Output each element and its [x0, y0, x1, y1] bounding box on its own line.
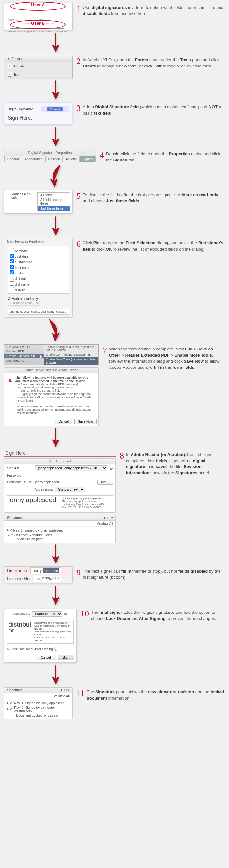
menu-reduced-size[interactable]: Reduced Size PDF...: [4, 345, 44, 349]
tab-position[interactable]: Position: [45, 156, 63, 162]
menu-optimized[interactable]: Optimized PDF...: [4, 358, 44, 363]
cert-label: Certificate Issuer:: [7, 480, 33, 484]
submenu-more-tools[interactable]: Enable More Tools (includes form fill-in…: [44, 357, 98, 365]
field-checkbox[interactable]: batch-no: [9, 248, 67, 253]
rev1-line: Rev. 1: Signed by jonny appleseed: [14, 701, 64, 705]
digital-signature-field[interactable]: Digital signature Crosser Sign Here:: [4, 102, 73, 124]
rights-item-list: Save form data (for a fillable PDF form …: [15, 382, 96, 402]
distributor-input[interactable]: berry blossom: [30, 567, 61, 574]
validate-all-button[interactable]: Validate All: [4, 693, 72, 699]
submenu-commenting[interactable]: Enable Commenting & Measuring...: [44, 352, 98, 357]
step-number-2: 2: [76, 57, 81, 69]
unsigned-line: Unsigned Signature Fields: [14, 533, 52, 537]
step-text-5: To disable the fields after the first pe…: [83, 192, 225, 205]
rights-item: Digitally sign the document anywhere on …: [18, 393, 96, 402]
option-all-fields[interactable]: All fields: [38, 193, 70, 197]
sig-field-placeholder: Crosser: [47, 107, 63, 112]
arrow-icon: [49, 127, 62, 147]
sig-panel-title: Signatures: [7, 688, 23, 692]
lock-document-checkbox[interactable]: ☑ Lock Document After Signing ⓘ: [4, 646, 76, 653]
step-text-10: The final signer adds their digital sign…: [91, 610, 225, 622]
sig-meta: Digitally signed by distributorDN: cn=di…: [33, 620, 73, 643]
signature-tree: ✔ Rev. 1: Signed by jonny appleseed ✔ Re…: [4, 699, 72, 719]
step-number-3: 3: [76, 104, 81, 117]
field-checkbox[interactable]: cust-license: [9, 259, 67, 264]
properties-title: Digital Signature Properties: [4, 149, 96, 156]
password-input[interactable]: [35, 473, 113, 478]
rights-intro: The following features will become avail…: [15, 376, 96, 382]
field-selection-title: Mark Fields as Read-only: [4, 239, 72, 245]
license-label: License No.: [7, 576, 31, 581]
sig-name: distributor: [7, 620, 33, 643]
cert-value: jonny appleseed: [35, 480, 59, 484]
forms-panel-header[interactable]: ▼ Forms: [4, 55, 72, 62]
sign-document-dialog: Sign Document Sign As: jonny appleseed (…: [4, 458, 116, 513]
field-checkbox[interactable]: cust-name: [9, 264, 67, 270]
sign-as-select[interactable]: jonny appleseed (jonny appleseed) 2018…: [35, 465, 107, 471]
save-now-button[interactable]: Save Now: [74, 418, 97, 424]
edit-button[interactable]: ✐Edit: [4, 70, 72, 79]
properties-dialog: Digital Signature Properties General App…: [4, 149, 96, 162]
plus-icon[interactable]: ⊕: [109, 466, 113, 471]
cancel-button[interactable]: Cancel: [55, 418, 72, 424]
user-a-oval: User A: [10, 2, 66, 11]
cancel-button[interactable]: Cancel: [36, 655, 56, 660]
tab-appearance[interactable]: Appearance: [22, 156, 45, 162]
option-all-except[interactable]: All fields except these: [38, 197, 70, 206]
sig-field-label: Digital signature: [7, 107, 33, 111]
field-list: batch-no cust-date cust-license cust-nam…: [7, 246, 69, 294]
create-button[interactable]: ✎Create: [4, 62, 72, 70]
check-icon: ✔: [10, 701, 13, 705]
adobe-icon: ▲: [7, 376, 13, 402]
appearance-select[interactable]: Standard Text: [55, 487, 85, 492]
sign-here-label: Sign Here:: [7, 115, 69, 121]
menu-reader-extended[interactable]: Reader Extended PDF: [4, 354, 44, 358]
info-button[interactable]: Info...: [97, 480, 113, 485]
rev2-line: Rev. 2: Signed by distributor <distribut…: [14, 706, 70, 713]
forms-panel: ▼ Forms ✎Create ✐Edit: [4, 55, 73, 79]
option-just-these[interactable]: Just these fields: [38, 206, 70, 211]
field-checkbox[interactable]: cust-date: [9, 253, 67, 259]
step-text-1: Use digital signatures in a form to defi…: [83, 5, 225, 17]
arrow-icon: [49, 216, 62, 236]
sign-button[interactable]: Sign: [58, 655, 74, 660]
tab-general[interactable]: General: [4, 156, 22, 162]
step-number-8: 8: [120, 452, 124, 476]
validate-all-button[interactable]: Validate All: [4, 521, 116, 527]
sign-here-label: Sign Here:: [4, 450, 116, 457]
foot-label: Mark as read-only:: [12, 297, 39, 301]
sig-preview-meta: Digitally signed by jonny appleseedDN: c…: [60, 496, 113, 510]
distributor-label: Distributor: [7, 568, 28, 573]
panel-toolbar[interactable]: ◧ ▢ ▾: [104, 516, 113, 520]
step-text-4: Double-click the field to open the Prope…: [106, 151, 225, 163]
submenu-add-text[interactable]: Enable Adding Text in PDFs (that are not…: [44, 345, 98, 352]
arrow-icon: [49, 665, 62, 685]
field-checkbox[interactable]: dist-sig: [9, 287, 67, 292]
sig-panel-title: Signatures: [7, 516, 23, 520]
arrow-icon: [49, 33, 62, 53]
mark-read-only-control[interactable]: ⦿ Mark as read-only: All fields All fiel…: [4, 190, 73, 214]
menu-certified[interactable]: Certified PDF...: [4, 349, 44, 354]
tab-actions[interactable]: Actions: [63, 156, 79, 162]
field-checkbox[interactable]: dist-name: [9, 281, 67, 287]
field-checkbox[interactable]: dist-date: [9, 276, 67, 281]
signature-preview: distributor Digitally signed by distribu…: [7, 620, 74, 644]
final-sign-dialog: Appearance: Standard Text ▦ distributor …: [4, 609, 76, 663]
panel-toolbar[interactable]: ◧ ▢ ▾: [61, 688, 70, 692]
appearance-label: Appearance:: [35, 488, 53, 491]
arrow-icon: [46, 319, 65, 342]
appearance-select[interactable]: Standard Text: [32, 611, 62, 617]
rights-item: Commenting and drawing mark-up tools: [18, 386, 96, 389]
create-icon: ✎: [7, 64, 12, 68]
tab-signed[interactable]: Signed: [79, 156, 96, 162]
edit-icon: ✐: [7, 72, 12, 76]
step-number-10: 10: [80, 610, 89, 622]
field-checkbox[interactable]: cust-sig: [9, 270, 67, 276]
edit-appearance-icon[interactable]: ▦: [64, 612, 67, 616]
help-icon[interactable]: ⓘ: [54, 647, 57, 651]
foot-select[interactable]: Just these fields: [7, 301, 40, 306]
mark-ro-dropdown[interactable]: All fields All fields except these Just …: [37, 192, 70, 211]
arrow-icon: [47, 165, 64, 188]
rights-item: Sign an existing signature field: [18, 389, 96, 393]
step-text-11: The Signature panel shows the new signat…: [87, 689, 225, 702]
